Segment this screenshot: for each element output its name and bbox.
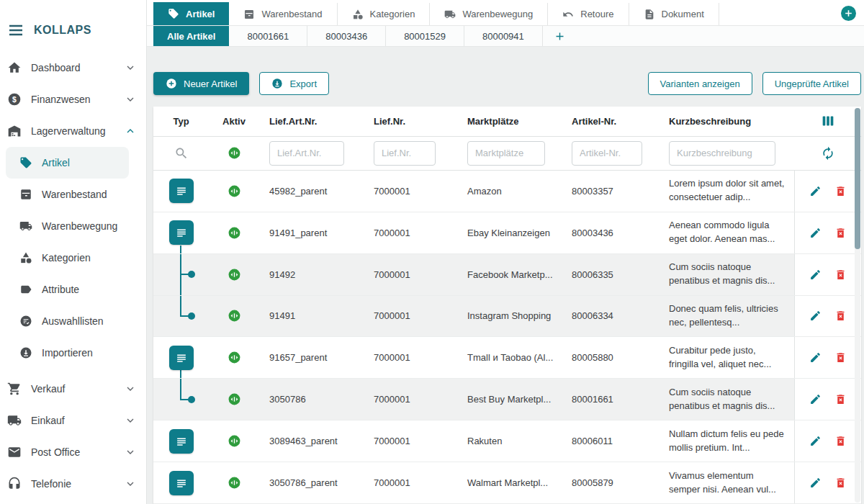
sidebar-item-einkauf[interactable]: Einkauf <box>0 405 146 436</box>
active-filter-icon[interactable] <box>228 146 241 160</box>
edit-icon[interactable] <box>809 269 822 281</box>
row-kurzbeschreibung: Nullam dictum felis eu pede mollis preti… <box>659 420 794 462</box>
subtab-80001529[interactable]: 80001529 <box>386 26 464 46</box>
artikel-nr-filter-input[interactable] <box>572 141 642 166</box>
delete-icon[interactable] <box>834 185 847 197</box>
delete-icon[interactable] <box>834 269 847 281</box>
tab-retoure[interactable]: Retoure <box>548 3 629 25</box>
sidebar-item-telefonie[interactable]: Telefonie <box>0 468 146 500</box>
subtab-alle-artikel[interactable]: Alle Artikel <box>153 26 229 46</box>
row-lief-art-nr: 45982_parent <box>259 171 364 212</box>
add-article-tab-button[interactable] <box>543 26 577 46</box>
subtab-80000941[interactable]: 80000941 <box>464 26 543 46</box>
row-kurzbeschreibung: Donec quam felis, ultricies nec, pellent… <box>659 296 794 337</box>
filter-lief-nr <box>364 137 457 170</box>
sidebar-item-label: Attribute <box>42 284 79 295</box>
delete-icon[interactable] <box>834 310 847 322</box>
delete-icon[interactable] <box>834 435 847 447</box>
column-header-artikel-nr[interactable]: Artikel-Nr. <box>562 107 659 136</box>
tab-kategorien[interactable]: Kategorien <box>338 3 431 25</box>
column-header-lief-art-nr[interactable]: Lief.Art.Nr. <box>259 107 364 136</box>
list-icon <box>174 225 189 240</box>
scrollbar-thumb[interactable] <box>855 108 860 249</box>
variant-list-button[interactable] <box>169 220 194 245</box>
menu-icon[interactable] <box>7 22 24 39</box>
refresh-icon[interactable] <box>821 146 835 161</box>
row-marktplatz: Walmart Marketpl... <box>457 462 562 503</box>
sidebar-item-post-office[interactable]: Post Office <box>0 436 146 468</box>
row-lief-art-nr: 91491 <box>259 296 364 337</box>
row-lief-nr: 7000001 <box>364 379 457 420</box>
sidebar-item-finanzwesen[interactable]: $ Finanzwesen <box>0 84 146 115</box>
subtab-80003436[interactable]: 80003436 <box>307 26 386 46</box>
edit-icon[interactable] <box>809 185 822 197</box>
sidebar-item-auswahllisten[interactable]: Auswahllisten <box>0 305 146 337</box>
subtab-80001661[interactable]: 80001661 <box>229 26 307 46</box>
row-lief-art-nr: 91491_parent <box>259 212 364 253</box>
export-button[interactable]: Export <box>259 72 329 95</box>
sidebar-item-kategorien[interactable]: Kategorien <box>0 242 146 274</box>
column-header-aktiv[interactable]: Aktiv <box>209 107 259 136</box>
row-actions <box>794 379 861 420</box>
column-header-marktplaetze[interactable]: Marktplätze <box>457 107 562 136</box>
variant-list-button[interactable] <box>169 179 194 203</box>
sidebar-item-importieren[interactable]: Importieren <box>0 337 146 369</box>
edit-icon[interactable] <box>809 435 822 447</box>
row-kurzbeschreibung: Cum sociis natoque penatibus et magnis d… <box>659 254 794 295</box>
sidebar-item-warenbestand[interactable]: Warenbestand <box>0 179 146 210</box>
variant-list-button[interactable] <box>169 429 194 454</box>
column-header-kurzbeschreibung[interactable]: Kurzbeschreibung <box>659 107 794 136</box>
row-marktplatz: Rakuten <box>457 420 562 462</box>
edit-icon[interactable] <box>809 351 822 364</box>
active-status-icon <box>228 226 241 240</box>
edit-icon[interactable] <box>809 227 822 239</box>
row-lief-art-nr: 3050786_parent <box>259 462 364 503</box>
delete-icon[interactable] <box>834 477 847 489</box>
column-header-lief-nr[interactable]: Lief.Nr. <box>364 107 457 136</box>
tab-artikel[interactable]: Artikel <box>153 2 229 25</box>
row-aktiv-cell <box>209 462 259 503</box>
marktplaetze-filter-input[interactable] <box>467 141 545 166</box>
sidebar-item-dashboard[interactable]: Dashboard <box>0 52 146 84</box>
list-icon <box>174 434 189 449</box>
sidebar-item-label: Finanzwesen <box>31 94 91 105</box>
edit-icon[interactable] <box>809 310 822 322</box>
kurzbeschreibung-filter-input[interactable] <box>669 141 775 166</box>
add-tab-button[interactable] <box>841 6 856 21</box>
row-kurzbeschreibung: Curabitur pede justo, fringilla vel, ali… <box>659 337 794 378</box>
sidebar-item-artikel[interactable]: Artikel <box>6 147 129 179</box>
edit-icon[interactable] <box>809 477 822 489</box>
document-icon <box>644 9 655 20</box>
sidebar-item-verkauf[interactable]: Verkauf <box>0 373 146 405</box>
row-lief-nr: 7000001 <box>364 171 457 212</box>
tab-dokument[interactable]: Dokument <box>629 3 719 25</box>
sidebar-item-label: Artikel <box>42 157 70 168</box>
delete-icon[interactable] <box>834 227 847 239</box>
sidebar-item-lagerverwaltung[interactable]: Lagerverwaltung <box>0 115 146 147</box>
sidebar-item-attribute[interactable]: Attribute <box>0 274 146 305</box>
unchecked-articles-button[interactable]: Ungeprüfte Artikel <box>762 72 861 95</box>
lief-art-nr-filter-input[interactable] <box>269 141 344 166</box>
table-row-child: 3050786 7000001 Best Buy Marketpl... 800… <box>153 379 861 420</box>
variant-list-button[interactable] <box>169 471 194 495</box>
edit-icon[interactable] <box>809 393 822 405</box>
sidebar-item-warenbewegung[interactable]: Warenbewegung <box>0 210 146 242</box>
column-header-typ[interactable]: Typ <box>153 107 209 136</box>
search-icon[interactable] <box>174 146 189 161</box>
subtab-label: 80001529 <box>404 31 446 42</box>
table-scrollbar[interactable] <box>855 108 860 503</box>
variant-list-button[interactable] <box>169 346 194 370</box>
tab-warenbewegung[interactable]: Warenbewegung <box>430 3 548 25</box>
module-tabbar: Artikel Warenbestand Kategorien Warenbew… <box>147 0 864 26</box>
columns-icon[interactable] <box>820 113 836 129</box>
tag-icon <box>168 8 179 19</box>
filter-typ-cell <box>153 137 209 170</box>
lief-nr-filter-input[interactable] <box>374 141 436 166</box>
delete-icon[interactable] <box>834 393 847 405</box>
tab-warenbestand[interactable]: Warenbestand <box>229 3 337 25</box>
show-variants-button[interactable]: Varianten anzeigen <box>648 72 752 95</box>
delete-icon[interactable] <box>834 351 847 364</box>
brand-logo: KOLLAPS <box>34 24 91 37</box>
new-article-button[interactable]: Neuer Artikel <box>153 72 249 95</box>
row-typ-cell <box>153 462 209 503</box>
